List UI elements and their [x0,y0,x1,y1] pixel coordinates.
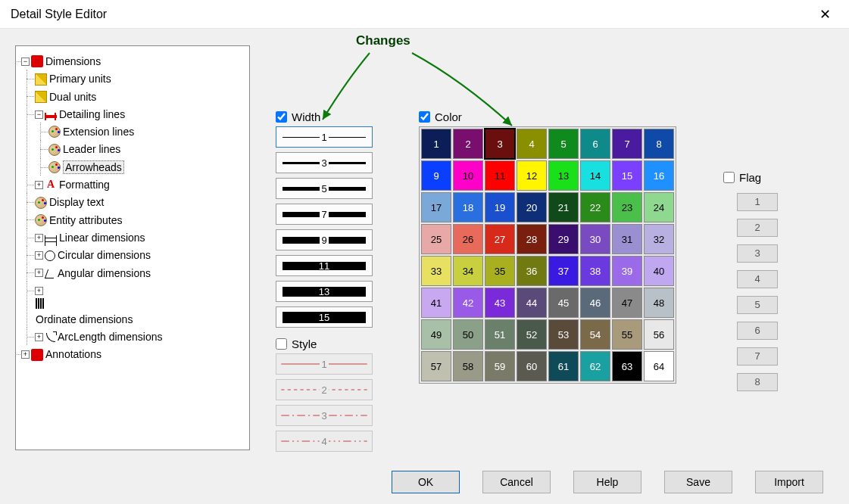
tree-arclength-dim[interactable]: ArcLength dimensions [58,331,163,343]
tree-extension-lines[interactable]: Extension lines [63,126,134,138]
color-swatch-47[interactable]: 47 [612,288,642,318]
style-item-1[interactable]: 1 [276,353,373,375]
color-swatch-12[interactable]: 12 [517,160,547,191]
save-button[interactable]: Save [664,471,732,493]
tree-expander[interactable]: + [35,333,43,341]
color-swatch-41[interactable]: 41 [421,288,451,318]
color-swatch-24[interactable]: 24 [644,192,674,222]
flag-item-8[interactable]: 8 [737,373,778,391]
color-swatch-31[interactable]: 31 [612,224,642,254]
color-swatch-23[interactable]: 23 [612,192,642,222]
color-swatch-16[interactable]: 16 [644,160,674,191]
tree-circular-dim[interactable]: Circular dimensions [58,250,151,262]
color-swatch-29[interactable]: 29 [548,224,579,254]
color-swatch-34[interactable]: 34 [453,256,483,286]
color-swatch-9[interactable]: 9 [421,160,451,191]
color-swatch-35[interactable]: 35 [485,256,515,286]
cancel-button[interactable]: Cancel [482,471,551,493]
tree-expander[interactable]: + [35,269,43,277]
color-swatch-1[interactable]: 1 [421,129,451,159]
color-swatch-49[interactable]: 49 [421,319,451,350]
width-item-5[interactable]: 5 [276,178,373,199]
tree-arrowheads[interactable]: Arrowheads [63,160,124,174]
tree-detailing-lines[interactable]: Detailing lines [59,108,125,120]
color-swatch-32[interactable]: 32 [644,224,674,254]
color-swatch-59[interactable]: 59 [485,351,515,381]
color-swatch-36[interactable]: 36 [517,256,547,286]
color-swatch-60[interactable]: 60 [517,351,547,381]
color-swatch-61[interactable]: 61 [548,351,579,381]
color-swatch-10[interactable]: 10 [453,160,483,191]
color-swatch-17[interactable]: 17 [421,192,451,222]
flag-item-6[interactable]: 6 [737,322,778,340]
flag-item-3[interactable]: 3 [737,244,778,263]
color-swatch-25[interactable]: 25 [421,224,451,254]
color-swatch-53[interactable]: 53 [548,319,579,350]
tree-angular-dim[interactable]: Angular dimensions [58,267,151,279]
color-swatch-50[interactable]: 50 [453,319,483,350]
tree-dimensions[interactable]: Dimensions [45,55,101,67]
tree-expander[interactable]: + [35,251,43,260]
color-swatch-62[interactable]: 62 [580,351,610,381]
color-swatch-52[interactable]: 52 [517,319,547,350]
color-swatch-11[interactable]: 11 [485,160,515,191]
color-swatch-37[interactable]: 37 [548,256,579,286]
flag-item-5[interactable]: 5 [737,296,778,314]
tree-formatting[interactable]: Formatting [59,179,110,191]
tree-dual-units[interactable]: Dual units [49,91,96,103]
tree-entity-attributes[interactable]: Entity attributes [49,214,123,226]
tree-expander[interactable]: − [35,110,43,119]
close-icon[interactable]: ✕ [812,3,838,26]
width-item-9[interactable]: 9 [276,229,373,250]
color-swatch-13[interactable]: 13 [548,160,579,191]
tree-expander[interactable]: − [21,58,30,66]
color-swatch-2[interactable]: 2 [453,129,483,159]
color-swatch-40[interactable]: 40 [644,256,674,286]
width-item-15[interactable]: 15 [276,306,373,328]
color-swatch-58[interactable]: 58 [453,351,483,381]
tree-expander[interactable]: + [35,181,43,189]
color-swatch-19[interactable]: 19 [485,192,515,222]
color-swatch-46[interactable]: 46 [580,288,610,318]
color-swatch-56[interactable]: 56 [644,319,674,350]
flag-item-7[interactable]: 7 [737,347,778,366]
color-swatch-57[interactable]: 57 [421,351,451,381]
color-swatch-28[interactable]: 28 [517,224,547,254]
style-item-4[interactable]: 4 [276,431,373,452]
tree-expander[interactable]: + [21,350,30,359]
color-swatch-6[interactable]: 6 [580,129,610,159]
color-swatch-18[interactable]: 18 [453,192,483,222]
color-swatch-48[interactable]: 48 [644,288,674,318]
style-item-2[interactable]: 2 [276,379,373,400]
color-swatch-63[interactable]: 63 [612,351,642,381]
color-swatch-5[interactable]: 5 [548,129,579,159]
flag-checkbox[interactable] [723,172,735,183]
color-swatch-3[interactable]: 3 [485,129,515,159]
help-button[interactable]: Help [573,471,641,493]
width-item-13[interactable]: 13 [276,281,373,302]
color-swatch-43[interactable]: 43 [485,288,515,318]
flag-item-1[interactable]: 1 [737,193,778,211]
color-swatch-15[interactable]: 15 [612,160,642,191]
tree-expander[interactable]: + [35,234,43,242]
import-button[interactable]: Import [755,471,823,493]
color-swatch-39[interactable]: 39 [612,256,642,286]
width-item-11[interactable]: 11 [276,255,373,276]
flag-item-4[interactable]: 4 [737,270,778,288]
tree-display-text[interactable]: Display text [49,197,104,209]
color-swatch-45[interactable]: 45 [548,288,579,318]
ok-button[interactable]: OK [392,471,460,493]
tree-leader-lines[interactable]: Leader lines [63,144,120,156]
tree-expander[interactable]: + [35,287,43,295]
width-item-3[interactable]: 3 [276,152,373,173]
width-item-7[interactable]: 7 [276,204,373,225]
color-swatch-30[interactable]: 30 [580,224,610,254]
tree-primary-units[interactable]: Primary units [49,73,111,86]
width-item-1[interactable]: 1 [276,126,373,148]
color-swatch-7[interactable]: 7 [612,129,642,159]
color-swatch-54[interactable]: 54 [580,319,610,350]
color-swatch-14[interactable]: 14 [580,160,610,191]
color-swatch-44[interactable]: 44 [517,288,547,318]
color-swatch-4[interactable]: 4 [517,129,547,159]
color-swatch-22[interactable]: 22 [580,192,610,222]
